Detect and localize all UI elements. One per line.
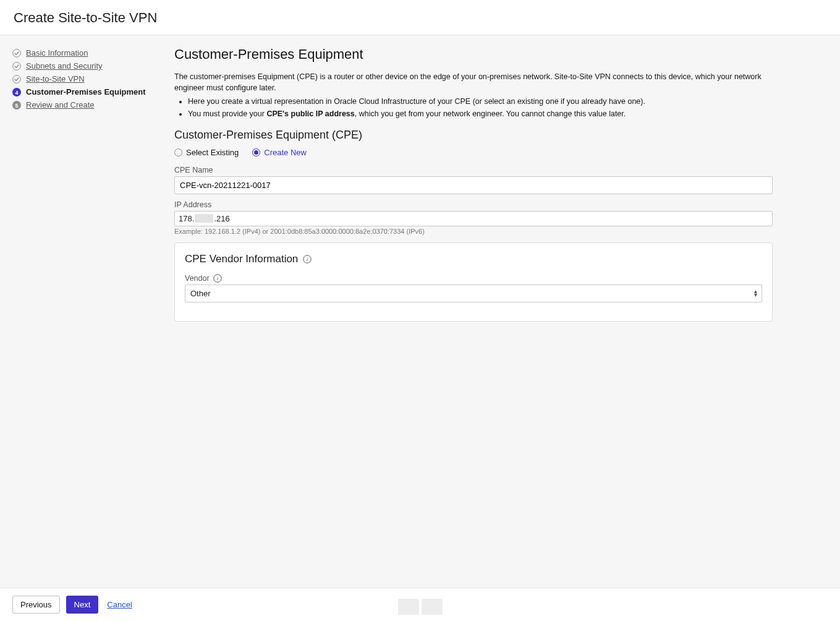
svg-text:4: 4 [15,89,18,95]
info-icon[interactable]: i [303,255,312,263]
svg-point-0 [13,49,21,57]
ghost-pill [422,599,443,615]
field-label: CPE Name [174,166,773,174]
vendor-select[interactable]: Other [185,285,762,302]
bullet-2: You must provide your CPE's public IP ad… [188,108,773,120]
step-basic-information[interactable]: Basic Information [12,46,161,59]
svg-text:5: 5 [15,102,18,108]
bullet-2-text: You must provide your [188,109,266,118]
cpe-name-field: CPE Name [174,166,773,194]
cpe-vendor-panel: CPE Vendor Information i Vendor i Other [174,242,773,322]
ip-redacted-segment [195,214,213,223]
radio-create-new[interactable]: Create New [252,148,307,157]
ip-address-input[interactable]: 178. .216 [174,211,773,226]
intro-text: The customer-premises Equipment (CPE) is… [174,71,773,93]
panel-title-text: CPE Vendor Information [185,253,298,265]
cpe-section-title: Customer-Premises Equipment (CPE) [174,129,773,142]
vendor-field: Vendor i Other ▴▾ [185,274,762,302]
svg-text:i: i [216,275,218,281]
step-subnets-security[interactable]: Subnets and Security [12,59,161,72]
step-label: Site-to-Site VPN [26,74,85,84]
wizard-footer: Previous Next Cancel [0,588,840,621]
intro-bullets: Here you create a virtual representation… [188,96,773,120]
svg-point-2 [13,75,21,83]
step-label: Customer-Premises Equipment [26,87,146,96]
checkmark-icon [12,49,21,58]
radio-label: Select Existing [186,148,239,157]
step-site-to-site-vpn[interactable]: Site-to-Site VPN [12,72,161,85]
step-label: Basic Information [26,48,88,58]
cpe-mode-radio-group: Select Existing Create New [174,148,773,157]
ip-part-1: 178. [179,214,194,223]
bullet-1: Here you create a virtual representation… [188,96,773,108]
step-number-icon: 5 [12,101,21,109]
step-label: Review and Create [26,100,95,109]
previous-button[interactable]: Previous [12,596,60,614]
bullet-2-tail: , which you get from your network engine… [355,109,626,118]
cancel-link[interactable]: Cancel [107,600,132,609]
svg-point-1 [13,62,21,70]
footer-ghost-controls [398,599,443,615]
wizard-steps-sidebar: Basic Information Subnets and Security S… [0,35,167,588]
ghost-pill [398,599,419,615]
step-label: Subnets and Security [26,61,103,71]
info-icon[interactable]: i [213,274,222,283]
vendor-label-text: Vendor [185,274,210,283]
svg-text:i: i [307,256,308,262]
bullet-2-bold: CPE's public IP address [266,109,354,118]
step-customer-premises-equipment[interactable]: 4 Customer-Premises Equipment [12,85,161,98]
ip-hint: Example: 192.168.1.2 (IPv4) or 2001:0db8… [174,228,773,235]
main-heading: Customer-Premises Equipment [174,46,773,62]
checkmark-icon [12,62,21,71]
main-content: Customer-Premises Equipment The customer… [167,35,785,588]
panel-title: CPE Vendor Information i [185,253,762,265]
radio-select-existing[interactable]: Select Existing [174,148,239,157]
ip-part-2: .216 [214,214,229,223]
checkmark-icon [12,75,21,84]
step-number-icon: 4 [12,88,21,96]
field-label: IP Address [174,200,773,209]
cpe-name-input[interactable] [174,176,773,194]
header: Create Site-to-Site VPN [0,0,840,35]
page-title: Create Site-to-Site VPN [14,10,826,26]
step-review-and-create[interactable]: 5 Review and Create [12,98,161,111]
radio-icon [252,148,260,156]
ip-address-field: IP Address 178. .216 Example: 192.168.1.… [174,200,773,235]
radio-label: Create New [264,148,307,157]
field-label: Vendor i [185,274,762,283]
next-button[interactable]: Next [66,596,99,614]
radio-icon [174,148,182,156]
